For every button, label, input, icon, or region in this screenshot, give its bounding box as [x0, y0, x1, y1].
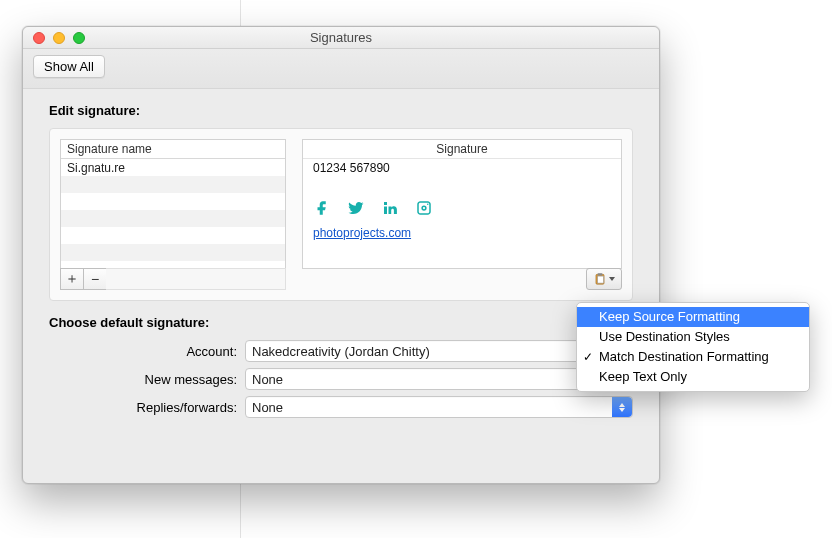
- signature-list-column: Signature name Si.gnatu.re ＋ −: [60, 139, 286, 290]
- add-remove-spacer: [106, 268, 286, 290]
- window-title: Signatures: [23, 30, 659, 45]
- new-messages-label: New messages:: [49, 372, 245, 387]
- svg-rect-1: [598, 276, 604, 283]
- list-item[interactable]: [61, 210, 285, 227]
- account-value: Nakedcreativity (Jordan Chitty): [252, 344, 430, 359]
- signature-preview-header: Signature: [303, 140, 621, 159]
- chevron-down-icon: [609, 277, 615, 281]
- svg-rect-2: [598, 273, 603, 275]
- menu-item-match-destination-formatting[interactable]: ✓ Match Destination Formatting: [577, 347, 809, 367]
- new-messages-value: None: [252, 372, 283, 387]
- replies-forwards-select[interactable]: None: [245, 396, 633, 418]
- edit-signature-heading: Edit signature:: [49, 103, 633, 118]
- replies-forwards-value: None: [252, 400, 283, 415]
- signature-social-icons: [313, 199, 611, 220]
- twitter-icon: [347, 199, 365, 220]
- preferences-window: Signatures Show All Edit signature: Sign…: [22, 26, 660, 484]
- signature-list-header: Signature name: [61, 140, 285, 159]
- signature-preview-body: 01234 567890: [303, 159, 621, 268]
- signature-link[interactable]: photoprojects.com: [313, 226, 611, 240]
- signature-preview-column: Signature 01234 567890: [302, 139, 622, 290]
- replies-forwards-label: Replies/forwards:: [49, 400, 245, 415]
- list-item[interactable]: [61, 244, 285, 261]
- select-stepper-icon: [612, 397, 632, 417]
- menu-item-keep-text-only[interactable]: Keep Text Only: [577, 367, 809, 387]
- clipboard-icon: [593, 272, 607, 286]
- signature-preview[interactable]: Signature 01234 567890: [302, 139, 622, 269]
- account-select[interactable]: Nakedcreativity (Jordan Chitty): [245, 340, 633, 362]
- content-area: Edit signature: Signature name Si.gnatu.…: [23, 89, 659, 438]
- toolbar: Show All: [23, 49, 659, 89]
- account-label: Account:: [49, 344, 245, 359]
- show-all-button[interactable]: Show All: [33, 55, 105, 78]
- signature-list[interactable]: Signature name Si.gnatu.re: [60, 139, 286, 269]
- default-signature-section: Choose default signature: Account: Naked…: [49, 315, 633, 418]
- menu-item-use-destination-styles[interactable]: Use Destination Styles: [577, 327, 809, 347]
- new-messages-select[interactable]: None: [245, 368, 633, 390]
- instagram-icon: [415, 199, 433, 220]
- paste-options-menu: Keep Source Formatting Use Destination S…: [576, 302, 810, 392]
- remove-signature-button[interactable]: −: [83, 268, 107, 290]
- facebook-icon: [313, 199, 331, 220]
- edit-signature-panel: Signature name Si.gnatu.re ＋ −: [49, 128, 633, 301]
- linkedin-icon: [381, 199, 399, 220]
- choose-default-heading: Choose default signature:: [49, 315, 633, 330]
- list-item[interactable]: [61, 193, 285, 210]
- titlebar: Signatures: [23, 27, 659, 49]
- list-item[interactable]: [61, 227, 285, 244]
- menu-item-keep-source-formatting[interactable]: Keep Source Formatting: [577, 307, 809, 327]
- list-item[interactable]: Si.gnatu.re: [61, 159, 285, 176]
- signature-phone: 01234 567890: [313, 161, 611, 175]
- list-item[interactable]: [61, 176, 285, 193]
- check-icon: ✓: [583, 348, 593, 366]
- paste-options-button[interactable]: [586, 268, 622, 290]
- add-signature-button[interactable]: ＋: [60, 268, 84, 290]
- add-remove-bar: ＋ −: [60, 268, 286, 290]
